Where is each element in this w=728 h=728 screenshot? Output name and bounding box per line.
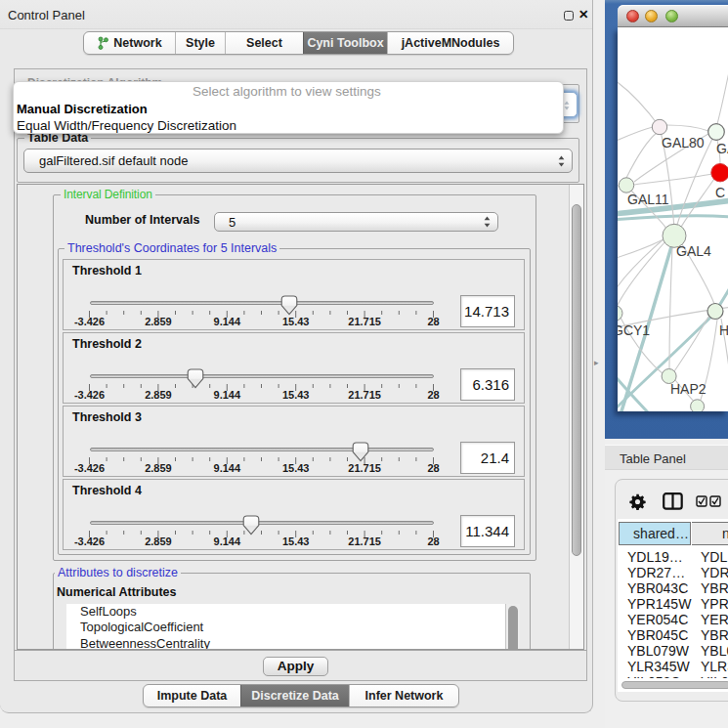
svg-text:GAL4: GAL4: [676, 243, 711, 259]
svg-text:GA: GA: [716, 141, 728, 156]
svg-text:GAL80: GAL80: [662, 135, 705, 150]
svg-text:GAL11: GAL11: [627, 192, 669, 207]
svg-text:H: H: [719, 322, 728, 338]
svg-text:GCY1: GCY1: [618, 322, 650, 338]
svg-text:HAP2: HAP2: [670, 381, 707, 397]
svg-text:C: C: [715, 185, 725, 200]
